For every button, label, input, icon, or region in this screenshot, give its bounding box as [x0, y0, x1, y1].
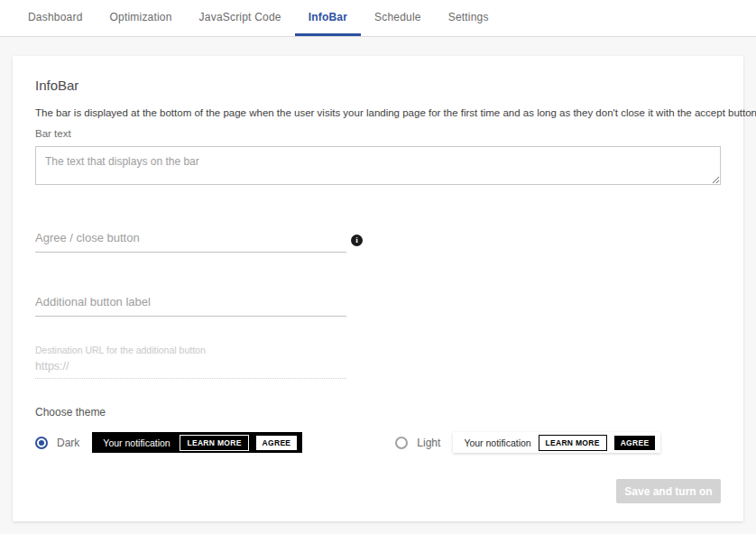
theme-option-dark[interactable]: Dark Your notification LEARN MORE AGREE	[35, 432, 302, 453]
preview-learn-more-button: LEARN MORE	[539, 435, 607, 451]
save-button-row: Save and turn on	[35, 479, 721, 503]
page-title: InfoBar	[35, 78, 721, 93]
tab-settings[interactable]: Settings	[435, 0, 502, 36]
tab-javascript-code[interactable]: JavaScript Code	[186, 0, 295, 36]
dark-radio[interactable]	[35, 437, 48, 449]
theme-option-light[interactable]: Light Your notification LEARN MORE AGREE	[395, 432, 660, 453]
save-and-turn-on-button[interactable]: Save and turn on	[616, 479, 721, 503]
infobar-description: The bar is displayed at the bottom of th…	[35, 107, 721, 118]
preview-agree-button: AGREE	[614, 436, 656, 450]
choose-theme-label: Choose theme	[35, 406, 721, 419]
bar-text-textarea[interactable]	[35, 146, 721, 185]
infobar-settings-card: InfoBar The bar is displayed at the bott…	[13, 56, 743, 521]
info-icon[interactable]: i	[351, 235, 363, 246]
agree-button-field-row: i	[35, 226, 721, 253]
top-tab-bar: Dashboard Optimization JavaScript Code I…	[0, 0, 756, 37]
theme-options-row: Dark Your notification LEARN MORE AGREE …	[35, 432, 721, 453]
dark-theme-preview: Your notification LEARN MORE AGREE	[92, 432, 302, 453]
destination-url-label: Destination URL for the additional butto…	[35, 345, 346, 355]
destination-url-input	[35, 360, 346, 373]
tab-optimization[interactable]: Optimization	[97, 0, 186, 36]
tab-infobar[interactable]: InfoBar	[295, 0, 361, 36]
preview-message: Your notification	[464, 437, 530, 448]
tab-schedule[interactable]: Schedule	[361, 0, 435, 36]
bar-text-label: Bar text	[35, 128, 721, 139]
light-theme-preview: Your notification LEARN MORE AGREE	[453, 432, 660, 453]
light-radio[interactable]	[395, 437, 408, 449]
tab-dashboard[interactable]: Dashboard	[14, 0, 97, 36]
agree-close-button-input[interactable]	[35, 226, 346, 253]
light-radio-label: Light	[417, 437, 440, 449]
additional-button-label-input[interactable]	[35, 290, 346, 317]
destination-url-field: Destination URL for the additional butto…	[35, 345, 346, 379]
preview-agree-button: AGREE	[256, 436, 298, 450]
preview-learn-more-button: LEARN MORE	[180, 435, 248, 451]
additional-button-field-row	[35, 290, 721, 317]
preview-message: Your notification	[103, 437, 170, 448]
dark-radio-label: Dark	[57, 437, 79, 449]
